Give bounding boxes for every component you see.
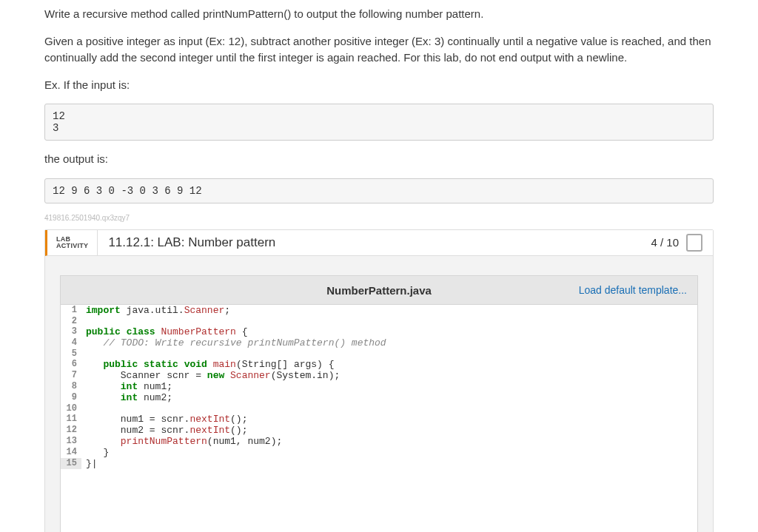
code-line: }| bbox=[81, 458, 98, 469]
line-number: 9 bbox=[61, 392, 81, 403]
lab-header: LAB ACTIVITY 11.12.1: LAB: Number patter… bbox=[45, 230, 713, 257]
code-line: } bbox=[81, 447, 109, 458]
file-name: NumberPattern.java bbox=[326, 284, 432, 297]
line-number: 1 bbox=[61, 305, 81, 316]
code-line: public static void main(String[] args) { bbox=[81, 359, 335, 370]
line-number: 8 bbox=[61, 381, 81, 392]
code-line bbox=[81, 403, 86, 414]
instruction-paragraph: Ex. If the input is: bbox=[44, 77, 714, 94]
line-number: 11 bbox=[61, 414, 81, 425]
watermark: 419816.2501940.qx3zqy7 bbox=[44, 214, 714, 222]
score-text: 4 / 10 bbox=[651, 236, 679, 249]
score-box-icon bbox=[686, 234, 702, 252]
code-line bbox=[81, 316, 86, 326]
lab-badge-line2: ACTIVITY bbox=[56, 243, 88, 249]
code-line: int num1; bbox=[81, 381, 172, 392]
instruction-paragraph: the output is: bbox=[44, 151, 714, 168]
line-number: 15 bbox=[61, 458, 81, 469]
code-line: public class NumberPattern { bbox=[81, 326, 247, 337]
line-number: 14 bbox=[61, 447, 81, 458]
code-editor[interactable]: 1import java.util.Scanner; 2 3public cla… bbox=[60, 304, 698, 532]
lab-activity-card: LAB ACTIVITY 11.12.1: LAB: Number patter… bbox=[44, 229, 714, 533]
code-line: num2 = scnr.nextInt(); bbox=[81, 425, 247, 436]
line-number: 6 bbox=[61, 359, 81, 370]
code-line bbox=[81, 349, 86, 359]
code-line: import java.util.Scanner; bbox=[81, 305, 230, 316]
line-number: 3 bbox=[61, 326, 81, 337]
line-number: 4 bbox=[61, 337, 81, 349]
instructions: Write a recursive method called printNum… bbox=[44, 6, 714, 203]
example-output-box: 12 9 6 3 0 -3 0 3 6 9 12 bbox=[44, 178, 714, 203]
resize-handle-icon[interactable]: ◢ bbox=[688, 529, 697, 532]
load-default-template-link[interactable]: Load default template... bbox=[579, 284, 687, 296]
line-number: 12 bbox=[61, 425, 81, 436]
code-line: // TODO: Write recursive printNumPattern… bbox=[81, 337, 386, 349]
line-number: 10 bbox=[61, 403, 81, 414]
lab-score: 4 / 10 bbox=[640, 230, 713, 256]
code-line: int num2; bbox=[81, 392, 172, 403]
code-line: num1 = scnr.nextInt(); bbox=[81, 414, 247, 425]
line-number: 5 bbox=[61, 349, 81, 359]
instruction-paragraph: Given a positive integer as input (Ex: 1… bbox=[44, 33, 714, 67]
line-number: 13 bbox=[61, 436, 81, 447]
example-input-box: 12 3 bbox=[44, 104, 714, 141]
lab-title: 11.12.1: LAB: Number pattern bbox=[98, 230, 640, 256]
code-line: printNumPattern(num1, num2); bbox=[81, 436, 282, 447]
file-header: NumberPattern.java Load default template… bbox=[60, 275, 698, 304]
line-number: 7 bbox=[61, 370, 81, 381]
line-number: 2 bbox=[61, 316, 81, 326]
code-line: Scanner scnr = new Scanner(System.in); bbox=[81, 370, 340, 381]
lab-badge: LAB ACTIVITY bbox=[47, 230, 98, 256]
instruction-paragraph: Write a recursive method called printNum… bbox=[44, 6, 714, 23]
lab-body: NumberPattern.java Load default template… bbox=[45, 256, 713, 532]
